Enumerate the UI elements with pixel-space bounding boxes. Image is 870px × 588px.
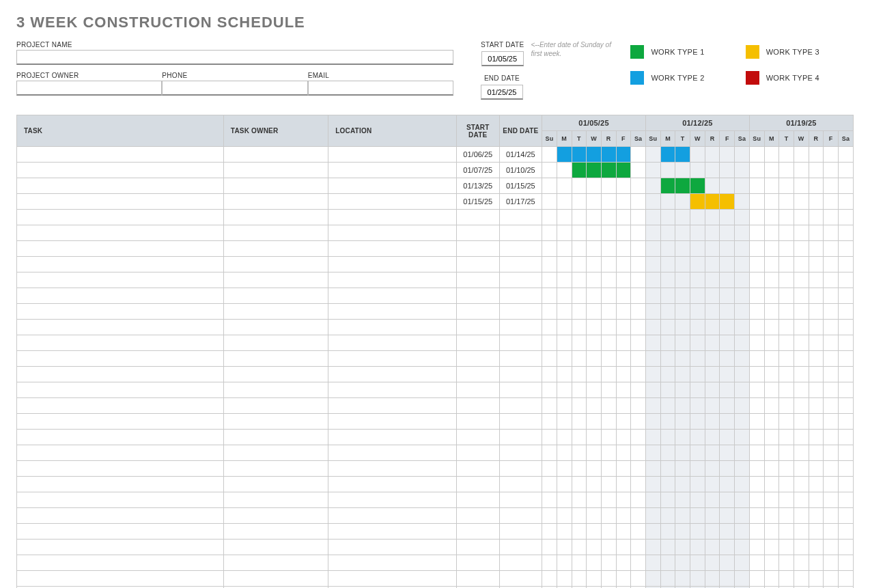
day-cell[interactable] — [631, 555, 646, 571]
day-cell[interactable] — [557, 540, 572, 555]
day-cell[interactable] — [824, 210, 839, 225]
day-cell[interactable] — [705, 210, 720, 225]
day-cell[interactable] — [720, 508, 735, 524]
day-cell[interactable] — [587, 367, 602, 382]
day-cell[interactable] — [824, 430, 839, 445]
day-cell[interactable] — [749, 492, 764, 508]
day-cell[interactable] — [675, 367, 690, 382]
day-cell[interactable] — [794, 445, 809, 461]
day-cell[interactable] — [587, 147, 602, 163]
task-cell[interactable] — [17, 571, 224, 587]
task-cell[interactable] — [17, 461, 224, 477]
day-cell[interactable] — [572, 492, 587, 508]
day-cell[interactable] — [542, 430, 557, 445]
day-cell[interactable] — [824, 492, 839, 508]
day-cell[interactable] — [587, 288, 602, 304]
day-cell[interactable] — [542, 320, 557, 335]
day-cell[interactable] — [631, 241, 646, 257]
day-cell[interactable] — [601, 555, 616, 571]
day-cell[interactable] — [675, 508, 690, 524]
day-cell[interactable] — [675, 147, 690, 163]
day-cell[interactable] — [824, 555, 839, 571]
day-cell[interactable] — [542, 508, 557, 524]
day-cell[interactable] — [779, 461, 794, 477]
day-cell[interactable] — [838, 210, 853, 225]
day-cell[interactable] — [794, 492, 809, 508]
day-cell[interactable] — [809, 225, 824, 241]
day-cell[interactable] — [572, 163, 587, 178]
location-cell[interactable] — [328, 288, 457, 304]
location-cell[interactable] — [328, 147, 457, 163]
day-cell[interactable] — [794, 382, 809, 398]
start-date-cell[interactable] — [456, 351, 499, 367]
day-cell[interactable] — [749, 540, 764, 555]
day-cell[interactable] — [601, 524, 616, 540]
task-owner-cell[interactable] — [223, 178, 328, 194]
task-cell[interactable] — [17, 304, 224, 320]
day-cell[interactable] — [824, 335, 839, 351]
day-cell[interactable] — [675, 571, 690, 587]
day-cell[interactable] — [645, 335, 660, 351]
day-cell[interactable] — [838, 335, 853, 351]
day-cell[interactable] — [587, 304, 602, 320]
day-cell[interactable] — [587, 492, 602, 508]
day-cell[interactable] — [557, 382, 572, 398]
day-cell[interactable] — [631, 461, 646, 477]
day-cell[interactable] — [660, 225, 675, 241]
day-cell[interactable] — [779, 163, 794, 178]
day-cell[interactable] — [705, 225, 720, 241]
start-date-cell[interactable] — [456, 461, 499, 477]
day-cell[interactable] — [587, 210, 602, 225]
day-cell[interactable] — [557, 398, 572, 414]
day-cell[interactable] — [824, 225, 839, 241]
task-owner-cell[interactable] — [223, 288, 328, 304]
day-cell[interactable] — [631, 524, 646, 540]
day-cell[interactable] — [631, 414, 646, 430]
day-cell[interactable] — [542, 414, 557, 430]
day-cell[interactable] — [838, 163, 853, 178]
day-cell[interactable] — [809, 257, 824, 272]
start-date-cell[interactable] — [456, 540, 499, 555]
day-cell[interactable] — [542, 178, 557, 194]
day-cell[interactable] — [601, 304, 616, 320]
day-cell[interactable] — [809, 414, 824, 430]
start-date-cell[interactable]: 01/13/25 — [456, 178, 499, 194]
end-date-cell[interactable] — [499, 320, 542, 335]
task-owner-cell[interactable] — [223, 335, 328, 351]
day-cell[interactable] — [616, 414, 631, 430]
day-cell[interactable] — [794, 178, 809, 194]
day-cell[interactable] — [749, 351, 764, 367]
task-owner-cell[interactable] — [223, 524, 328, 540]
day-cell[interactable] — [764, 571, 779, 587]
day-cell[interactable] — [720, 430, 735, 445]
day-cell[interactable] — [601, 194, 616, 210]
day-cell[interactable] — [690, 335, 705, 351]
start-date-cell[interactable] — [456, 272, 499, 288]
location-cell[interactable] — [328, 194, 457, 210]
end-date-cell[interactable] — [499, 571, 542, 587]
day-cell[interactable] — [838, 288, 853, 304]
day-cell[interactable] — [557, 524, 572, 540]
day-cell[interactable] — [690, 508, 705, 524]
day-cell[interactable] — [572, 555, 587, 571]
day-cell[interactable] — [764, 382, 779, 398]
task-cell[interactable] — [17, 257, 224, 272]
day-cell[interactable] — [675, 540, 690, 555]
end-date-cell[interactable] — [499, 461, 542, 477]
day-cell[interactable] — [705, 461, 720, 477]
day-cell[interactable] — [557, 210, 572, 225]
day-cell[interactable] — [572, 367, 587, 382]
day-cell[interactable] — [705, 477, 720, 492]
day-cell[interactable] — [749, 147, 764, 163]
task-owner-cell[interactable] — [223, 477, 328, 492]
task-owner-cell[interactable] — [223, 508, 328, 524]
day-cell[interactable] — [809, 492, 824, 508]
day-cell[interactable] — [572, 351, 587, 367]
day-cell[interactable] — [631, 571, 646, 587]
task-owner-cell[interactable] — [223, 445, 328, 461]
day-cell[interactable] — [749, 225, 764, 241]
day-cell[interactable] — [720, 225, 735, 241]
day-cell[interactable] — [809, 304, 824, 320]
day-cell[interactable] — [824, 288, 839, 304]
start-date-cell[interactable] — [456, 320, 499, 335]
